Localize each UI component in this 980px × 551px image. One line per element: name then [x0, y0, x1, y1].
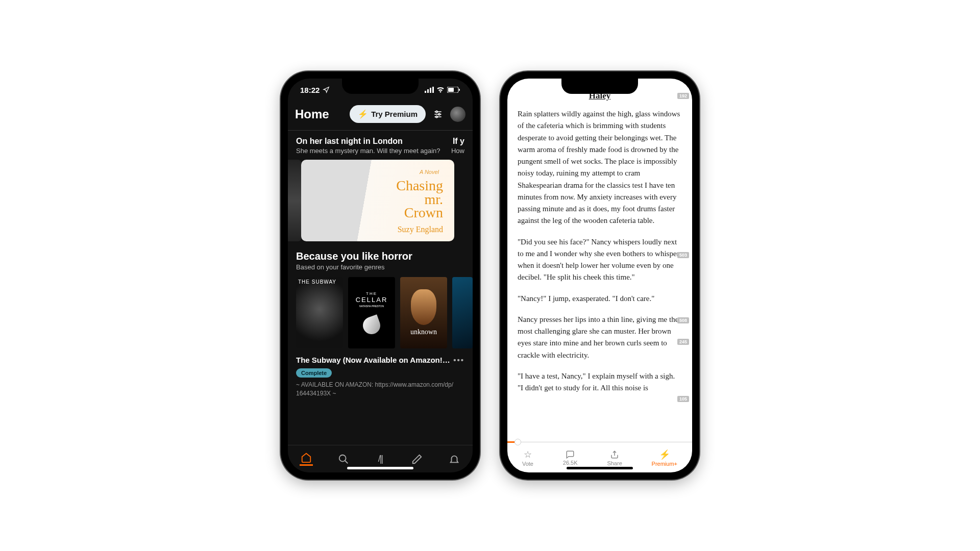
- svg-rect-3: [432, 87, 434, 93]
- svg-rect-5: [448, 88, 454, 92]
- comment-icon: [565, 450, 575, 459]
- comment-count-bubble[interactable]: 105: [677, 396, 689, 402]
- write-tab-icon[interactable]: [410, 453, 424, 466]
- search-tab-icon[interactable]: [337, 453, 350, 466]
- hero-tag: A Novel: [420, 169, 439, 175]
- status-time: 18:22: [300, 86, 320, 94]
- svg-rect-1: [427, 89, 429, 93]
- paragraph: "I have a test, Nancy," I explain myself…: [518, 370, 682, 394]
- paragraph: Nancy presses her lips into a thin line,…: [518, 314, 682, 361]
- svg-line-14: [345, 460, 348, 463]
- hero-author: Suzy England: [398, 225, 443, 234]
- more-options-icon[interactable]: •••: [453, 356, 464, 364]
- share-icon: [610, 449, 619, 460]
- reader-content[interactable]: Rain splatters wildly against the high, …: [507, 105, 692, 441]
- book-cover[interactable]: unknown: [400, 277, 447, 348]
- profile-avatar[interactable]: [450, 107, 465, 122]
- bolt-icon: ⚡: [659, 449, 670, 460]
- page-title: Home: [295, 107, 345, 121]
- book-cover-peek[interactable]: [452, 277, 473, 348]
- paragraph: "Did you see his face?" Nancy whispers l…: [518, 236, 682, 284]
- book-cover[interactable]: THE CELLAR NATASHA PRESTON: [348, 277, 395, 348]
- comment-count-bubble[interactable]: 503: [677, 252, 689, 258]
- complete-badge: Complete: [296, 368, 332, 378]
- comment-count-bubble[interactable]: 508: [677, 317, 689, 323]
- settings-sliders-icon[interactable]: [431, 107, 445, 121]
- reading-progress[interactable]: [507, 441, 692, 443]
- comments-button[interactable]: 26.5K: [563, 450, 578, 466]
- featured-book-card[interactable]: A Novel Chasing mr. Crown Suzy England: [301, 160, 454, 241]
- library-tab-icon[interactable]: /||: [374, 453, 387, 466]
- premium-label: Try Premium: [371, 110, 418, 118]
- featured-subtitle-peek: How: [451, 147, 464, 155]
- section-subtitle: Based on your favorite genres: [296, 263, 464, 271]
- svg-point-12: [436, 116, 437, 117]
- svg-rect-6: [459, 89, 460, 91]
- book-covers-row[interactable]: THE SUBWAY THE CELLAR NATASHA PRESTON un…: [296, 277, 464, 348]
- bolt-icon: ⚡: [358, 109, 368, 119]
- svg-rect-0: [425, 91, 426, 93]
- try-premium-button[interactable]: ⚡ Try Premium: [350, 105, 426, 123]
- cellular-signal-icon: [425, 87, 434, 93]
- home-indicator[interactable]: [567, 467, 633, 469]
- book-description: ~ AVAILABLE ON AMAZON: https://www.amazo…: [296, 381, 464, 398]
- vote-button[interactable]: ☆ Vote: [522, 449, 533, 467]
- book-cover[interactable]: THE SUBWAY: [296, 277, 343, 348]
- star-icon: ☆: [524, 449, 532, 460]
- share-button[interactable]: Share: [607, 449, 622, 466]
- wifi-icon: [436, 87, 445, 93]
- prev-card-peek[interactable]: [288, 160, 301, 241]
- featured-subtitle: She meets a mystery man. Will they meet …: [296, 147, 440, 155]
- svg-point-10: [438, 113, 440, 115]
- featured-carousel[interactable]: On her last night in London If y She mee…: [288, 131, 473, 241]
- app-header: Home ⚡ Try Premium: [288, 101, 473, 131]
- home-indicator[interactable]: [347, 467, 413, 469]
- home-tab-icon[interactable]: [300, 453, 313, 466]
- notifications-tab-icon[interactable]: [448, 453, 461, 466]
- svg-point-13: [339, 455, 346, 461]
- section-title: Because you like horror: [296, 251, 464, 262]
- book-title: The Subway (Now Available on Amazon!…: [296, 356, 450, 364]
- hero-title: Chasing mr. Crown: [396, 179, 443, 220]
- svg-point-8: [436, 111, 437, 112]
- paragraph: Rain splatters wildly against the high, …: [518, 108, 682, 227]
- comment-count-bubble[interactable]: 192: [677, 93, 689, 99]
- battery-icon: [447, 87, 460, 93]
- paragraph: "Nancy!" I jump, exasperated. "I don't c…: [518, 293, 682, 305]
- location-arrow-icon: [323, 86, 330, 93]
- featured-title: On her last night in London: [296, 137, 403, 146]
- premium-plus-button[interactable]: ⚡ Premium+: [652, 449, 677, 467]
- svg-rect-2: [430, 88, 431, 93]
- featured-title-peek: If y: [453, 137, 464, 146]
- comment-count-bubble[interactable]: 245: [677, 339, 689, 345]
